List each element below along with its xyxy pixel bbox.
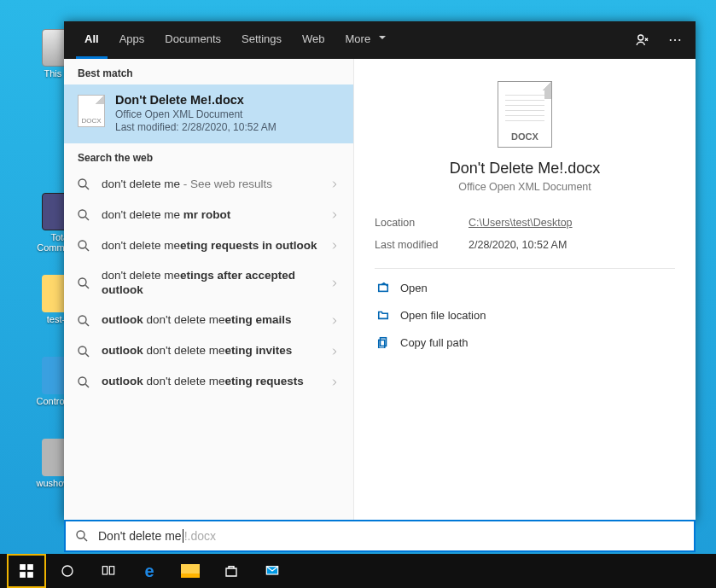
more-options-icon[interactable] <box>667 32 684 49</box>
web-suggestion[interactable]: don't delete me mr robot <box>64 200 353 230</box>
action-label: Copy full path <box>400 336 469 349</box>
copy-path-icon <box>376 335 390 349</box>
tab-apps[interactable]: Apps <box>111 21 154 59</box>
mail-button[interactable] <box>253 554 292 588</box>
folder-open-icon <box>376 308 390 322</box>
svg-point-10 <box>79 278 86 286</box>
web-suggestion[interactable]: outlook don't delete meeting invites <box>64 336 353 367</box>
location-link[interactable]: C:\Users\test\Desktop <box>469 217 573 229</box>
suggestion-text: don't delete meetings after accepted out… <box>102 269 319 298</box>
tab-label: More <box>346 32 371 45</box>
web-suggestion[interactable]: don't delete meeting requests in outlook <box>64 230 353 261</box>
svg-point-12 <box>79 316 86 323</box>
web-section-label: Search the web <box>64 143 353 169</box>
suggestion-text: outlook don't delete meeting requests <box>102 375 319 389</box>
task-view-button[interactable] <box>89 554 128 588</box>
svg-point-2 <box>674 39 676 41</box>
action-label: Open file location <box>400 309 486 322</box>
detail-pane: DOCX Don't Delete Me!.docx Office Open X… <box>354 59 696 521</box>
best-match-subtitle: Office Open XML Document <box>115 108 277 120</box>
best-match-title: Don't Delete Me!.docx <box>115 93 277 107</box>
svg-point-8 <box>79 241 86 248</box>
tab-label: Settings <box>242 32 282 45</box>
svg-rect-23 <box>20 564 26 570</box>
file-explorer-button[interactable] <box>171 554 210 588</box>
web-suggestion[interactable]: don't delete meetings after accepted out… <box>64 261 353 306</box>
start-button[interactable] <box>7 554 46 588</box>
tab-web[interactable]: Web <box>294 21 334 59</box>
best-match-modified: Last modified: 2/28/2020, 10:52 AM <box>115 121 277 133</box>
svg-rect-26 <box>27 572 33 578</box>
edge-icon: e <box>144 562 154 581</box>
search-icon <box>74 528 90 544</box>
svg-line-5 <box>85 186 89 189</box>
detail-subtitle: Office Open XML Document <box>375 181 675 193</box>
svg-rect-25 <box>20 572 26 578</box>
docx-file-icon: DOCX <box>78 95 105 127</box>
svg-point-6 <box>79 210 86 218</box>
suggestion-text: don't delete meeting requests in outlook <box>102 239 319 253</box>
tab-label: Web <box>302 32 325 45</box>
svg-point-16 <box>79 377 86 385</box>
tab-settings[interactable]: Settings <box>233 21 290 59</box>
search-input-bar[interactable]: Don't delete me!.docx <box>64 520 696 552</box>
tab-all[interactable]: All <box>76 21 108 59</box>
svg-point-21 <box>77 531 84 539</box>
tab-label: Documents <box>165 32 221 45</box>
search-header: All Apps Documents Settings Web More <box>64 21 696 59</box>
action-open[interactable]: Open <box>375 274 675 301</box>
tab-label: Apps <box>119 32 145 45</box>
store-button[interactable] <box>212 554 251 588</box>
edge-button[interactable]: e <box>130 554 169 588</box>
chevron-down-icon <box>375 32 386 45</box>
svg-point-3 <box>678 39 680 41</box>
taskbar: e <box>0 554 716 588</box>
svg-line-9 <box>85 247 89 251</box>
web-suggestion[interactable]: outlook don't delete meeting emails <box>64 306 353 336</box>
suggestion-text: don't delete me mr robot <box>102 208 319 223</box>
detail-title: Don't Delete Me!.docx <box>375 160 675 178</box>
tab-label: All <box>84 32 99 45</box>
separator <box>375 268 675 269</box>
web-suggestion[interactable]: outlook don't delete meeting requests <box>64 367 353 398</box>
modified-label: Last modified <box>375 239 469 251</box>
suggestion-text: don't delete me - See web results <box>102 178 319 192</box>
svg-line-22 <box>84 538 87 541</box>
tab-documents[interactable]: Documents <box>156 21 230 59</box>
suggestion-text: outlook don't delete meeting emails <box>102 313 319 328</box>
docx-large-icon: DOCX <box>498 81 552 148</box>
folder-icon <box>181 564 200 578</box>
svg-point-1 <box>670 39 672 41</box>
svg-line-15 <box>85 353 89 357</box>
web-suggestion[interactable]: don't delete me - See web results <box>64 169 353 200</box>
cortana-button[interactable] <box>48 554 87 588</box>
svg-line-13 <box>85 323 89 326</box>
modified-value: 2/28/2020, 10:52 AM <box>469 239 567 251</box>
svg-rect-24 <box>27 564 33 570</box>
svg-rect-29 <box>109 567 114 574</box>
location-label: Location <box>375 217 469 229</box>
best-match-label: Best match <box>64 59 353 84</box>
action-open-location[interactable]: Open file location <box>375 301 675 329</box>
suggestion-text: outlook don't delete meeting invites <box>102 344 319 358</box>
svg-point-4 <box>79 179 86 187</box>
action-label: Open <box>400 282 428 294</box>
svg-point-0 <box>638 35 643 40</box>
action-copy-path[interactable]: Copy full path <box>375 329 675 356</box>
svg-line-7 <box>85 217 89 220</box>
best-match-result[interactable]: DOCX Don't Delete Me!.docx Office Open X… <box>64 84 353 143</box>
tab-more[interactable]: More <box>337 21 395 59</box>
results-pane: Best match DOCX Don't Delete Me!.docx Of… <box>64 59 354 521</box>
svg-line-17 <box>85 384 89 387</box>
feedback-icon[interactable] <box>634 32 651 49</box>
open-icon <box>376 281 390 294</box>
svg-rect-28 <box>102 567 107 574</box>
svg-line-11 <box>85 285 89 288</box>
svg-point-27 <box>62 566 73 576</box>
start-search-panel: All Apps Documents Settings Web More Bes… <box>64 21 696 521</box>
svg-point-14 <box>79 346 86 354</box>
